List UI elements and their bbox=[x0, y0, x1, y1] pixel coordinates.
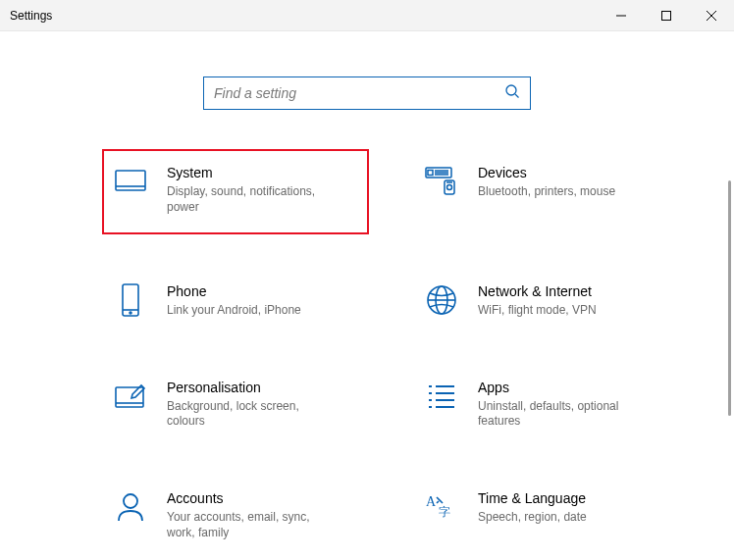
svg-point-32 bbox=[124, 494, 137, 508]
tile-title: Phone bbox=[167, 283, 301, 299]
tile-title: Time & Language bbox=[478, 490, 587, 506]
tile-desc: WiFi, flight mode, VPN bbox=[478, 303, 597, 319]
network-icon bbox=[425, 283, 458, 317]
window-title: Settings bbox=[10, 9, 52, 23]
accounts-icon bbox=[114, 490, 147, 524]
tile-title: System bbox=[167, 165, 334, 180]
content-area: System Display, sound, notifications, po… bbox=[0, 31, 734, 560]
tile-network[interactable]: Network & Internet WiFi, flight mode, VP… bbox=[419, 278, 674, 325]
tile-desc: Link your Android, iPhone bbox=[167, 303, 301, 319]
svg-line-5 bbox=[515, 94, 519, 98]
search-container bbox=[0, 31, 734, 139]
maximize-button[interactable] bbox=[644, 0, 689, 31]
phone-icon bbox=[114, 283, 147, 317]
svg-rect-22 bbox=[116, 387, 143, 407]
svg-point-4 bbox=[506, 85, 516, 95]
svg-point-18 bbox=[130, 312, 131, 314]
personalisation-icon bbox=[114, 380, 147, 413]
window-controls bbox=[599, 0, 734, 30]
close-button[interactable] bbox=[689, 0, 734, 31]
tile-apps[interactable]: Apps Uninstall, defaults, optional featu… bbox=[419, 374, 674, 435]
devices-icon bbox=[425, 165, 458, 198]
tile-devices[interactable]: Devices Bluetooth, printers, mouse bbox=[419, 159, 674, 229]
tile-desc: Background, lock screen, colours bbox=[167, 399, 334, 430]
tile-title: Personalisation bbox=[167, 380, 334, 395]
system-icon bbox=[114, 165, 147, 198]
svg-point-14 bbox=[447, 185, 452, 190]
tile-desc: Uninstall, defaults, optional features bbox=[478, 399, 645, 430]
svg-rect-1 bbox=[662, 12, 671, 21]
scrollbar[interactable] bbox=[728, 180, 731, 416]
titlebar: Settings bbox=[0, 0, 734, 31]
tile-system[interactable]: System Display, sound, notifications, po… bbox=[108, 155, 363, 229]
search-box[interactable] bbox=[203, 76, 531, 110]
svg-text:A: A bbox=[426, 494, 437, 509]
tile-phone[interactable]: Phone Link your Android, iPhone bbox=[108, 278, 363, 325]
tile-title: Apps bbox=[478, 380, 645, 395]
close-icon bbox=[707, 11, 716, 21]
tile-title: Devices bbox=[478, 165, 615, 180]
apps-icon bbox=[425, 380, 458, 413]
tile-desc: Speech, region, date bbox=[478, 510, 587, 526]
tile-desc: Your accounts, email, sync, work, family bbox=[167, 510, 334, 540]
time-language-icon: A字 bbox=[425, 490, 458, 524]
maximize-icon bbox=[661, 11, 671, 21]
tile-time[interactable]: A字 Time & Language Speech, region, date bbox=[419, 484, 674, 546]
svg-rect-6 bbox=[116, 171, 145, 190]
tile-accounts[interactable]: Accounts Your accounts, email, sync, wor… bbox=[108, 484, 363, 546]
svg-text:字: 字 bbox=[439, 505, 450, 519]
tile-personalisation[interactable]: Personalisation Background, lock screen,… bbox=[108, 374, 363, 435]
minimize-icon bbox=[616, 11, 626, 21]
tile-title: Accounts bbox=[167, 490, 334, 506]
tile-desc: Bluetooth, printers, mouse bbox=[478, 184, 615, 200]
tile-desc: Display, sound, notifications, power bbox=[167, 184, 334, 215]
search-icon bbox=[504, 83, 520, 103]
tile-title: Network & Internet bbox=[478, 283, 597, 299]
search-input[interactable] bbox=[214, 85, 489, 101]
settings-grid: System Display, sound, notifications, po… bbox=[0, 139, 734, 546]
svg-rect-9 bbox=[428, 171, 433, 176]
minimize-button[interactable] bbox=[599, 0, 644, 31]
